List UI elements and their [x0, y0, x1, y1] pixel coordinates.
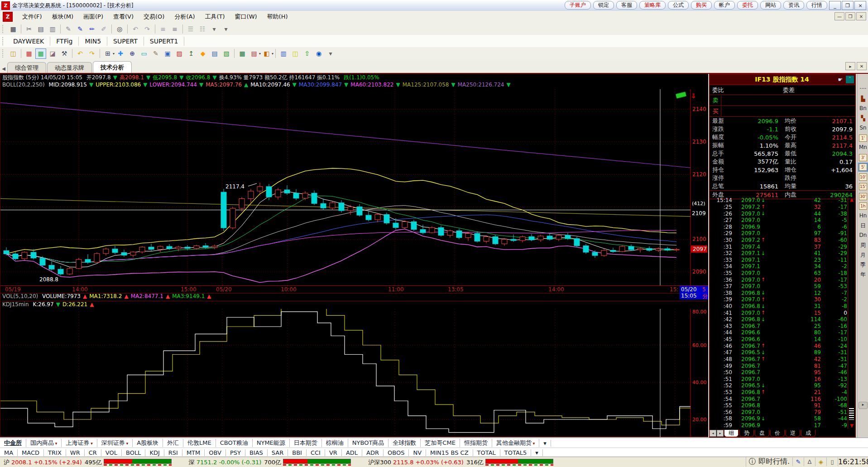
mdi-close-button[interactable]: × [856, 12, 866, 20]
menu-item-2[interactable]: 画面(P) [78, 11, 108, 22]
panel-tab-成[interactable]: 成 [801, 430, 815, 437]
market-tab-芝加哥CME[interactable]: 芝加哥CME [421, 439, 460, 447]
color-picker-icon-dropdown[interactable]: ▾ [272, 52, 273, 56]
menu-item-1[interactable]: 板块(M) [47, 11, 78, 22]
tick-row[interactable]: :352097.063-18 [710, 270, 847, 277]
titlebar-button-sub-account[interactable]: 子账户 [565, 1, 591, 10]
tick-row[interactable]: :292097.097-91 [710, 230, 847, 237]
find-icon[interactable]: ◎ [114, 24, 125, 34]
market-tab-棕榈油[interactable]: 棕榈油 [322, 439, 348, 447]
indicator-tab-boll[interactable]: BOLL [122, 449, 145, 456]
titlebar-button-order[interactable]: 委托 [737, 1, 758, 10]
market-tab-深圳证券[interactable]: 深圳证券 ▾ [97, 439, 133, 447]
tick-row[interactable]: :432096.725-16 [710, 323, 847, 330]
list-red-icon[interactable]: ▤ [249, 48, 259, 59]
market-tab-NYBOT商品[interactable]: NYBOT商品 [348, 439, 389, 447]
titlebar-button-website[interactable]: 网站 [760, 1, 781, 10]
screen-green-icon[interactable]: ▦ [35, 48, 46, 59]
period-mn[interactable]: Mn [858, 144, 868, 150]
period-dn[interactable]: Dn [858, 232, 868, 238]
tick-row[interactable]: :342097.134-2 [710, 263, 847, 270]
globe-icon[interactable]: ◉ [313, 48, 324, 59]
scroll-down-icon[interactable]: ▼ [848, 423, 855, 428]
menu-item-5[interactable]: 分析(A) [169, 11, 200, 22]
kdj-indicator-chart[interactable]: 80.0060.0040.0020.00 [0, 309, 708, 437]
strategy-button-ftfig[interactable]: FTFig [50, 37, 79, 46]
indicator-tabs-overflow-icon[interactable]: ▾ [531, 449, 543, 456]
tick-row[interactable]: :552096.891-68 [710, 402, 847, 409]
period-quarter[interactable]: 季 [858, 261, 868, 269]
titlebar-button-customer-service[interactable]: 客服 [616, 1, 637, 10]
tick-row[interactable]: :392097.0↑30-2 [710, 296, 847, 303]
tick-row[interactable]: :512097.016-13 [710, 376, 847, 382]
market-tabs-overflow-icon[interactable]: ▾ [539, 440, 551, 447]
menu-item-8[interactable]: 帮助(H) [262, 11, 293, 22]
tick-row[interactable]: :332097.123-11 [710, 256, 847, 263]
resize-icon[interactable]: ⊞ [102, 48, 113, 59]
zoom-in-icon[interactable]: ⊕ [127, 48, 138, 59]
tick-row[interactable]: :412097.0↑150 [710, 309, 847, 316]
menu-item-6[interactable]: 工具(T) [200, 11, 230, 22]
window-minimize-button[interactable]: _ [829, 1, 841, 10]
market-tab-中金所[interactable]: 中金所 [0, 439, 26, 447]
tick-row[interactable]: :522096.5↓95-92 [710, 382, 847, 389]
chart-red-icon[interactable]: ▨ [174, 48, 185, 59]
tick-row[interactable]: :402096.8↓31-8 [710, 303, 847, 310]
paste-icon[interactable]: ▥ [47, 24, 58, 34]
tick-chart-icon[interactable]: ▚ [858, 115, 868, 121]
indicator-tab-total[interactable]: TOTAL [473, 449, 500, 456]
list2-icon[interactable]: ☷ [197, 24, 208, 34]
indicator-tab-cci[interactable]: CCI [307, 449, 325, 456]
tick-row[interactable]: :492096.781-47 [710, 362, 847, 369]
window-restore-button[interactable]: ❐ [842, 1, 854, 10]
indicator-tab-psy[interactable]: PSY [226, 449, 245, 456]
tick-row[interactable]: :262097.0↓44-38 [710, 210, 847, 217]
menu-item-0[interactable]: 文件(F) [17, 11, 47, 22]
market-tab-CBOT粮油[interactable]: CBOT粮油 [216, 439, 253, 447]
battery-icon[interactable]: ▯ [826, 457, 838, 466]
tick-row[interactable]: :302097.2↑83-60 [710, 237, 847, 244]
indicator-tab-adl[interactable]: ADL [342, 449, 362, 456]
period-sn[interactable]: Sn [858, 125, 868, 131]
redo2-icon[interactable]: ↷ [86, 48, 97, 59]
tick-row[interactable]: :582096.9↓58-44 [710, 415, 847, 422]
tick-row[interactable]: :442096.680-17 [710, 329, 847, 336]
panel-tab-盘[interactable]: 盘 [755, 430, 769, 437]
tick-row[interactable]: 15:142097.0↓42-31 [710, 197, 847, 204]
market-tab-外汇[interactable]: 外汇 [163, 439, 183, 447]
quill-icon[interactable]: ✎ [792, 457, 804, 466]
period-year[interactable]: 年 [858, 271, 868, 279]
tick-list-scrollbar[interactable]: ▲▼ [848, 197, 855, 429]
period-30min[interactable]: 30' [859, 193, 867, 200]
indicator-tab-min15-bs-cz[interactable]: MIN15 BS CZ [426, 449, 473, 456]
edit-page-icon[interactable]: ✎ [150, 48, 161, 59]
copy-icon[interactable]: ▤ [35, 24, 46, 34]
tick-row[interactable]: :322097.1↓41-29 [710, 250, 847, 257]
ruler-icon[interactable]: ▭ [139, 48, 149, 59]
move-icon[interactable]: ✚ [115, 48, 126, 59]
undo2-icon[interactable]: ↶ [75, 48, 86, 59]
save-icon[interactable]: ▦ [8, 24, 19, 34]
tab-dynamic-board[interactable]: 动态显示牌 [47, 62, 92, 73]
tick-row[interactable]: :382096.8↓12-7 [710, 290, 847, 297]
tab-scroll-left[interactable]: ◀ [0, 64, 7, 73]
period-bn[interactable]: Bn [858, 105, 868, 111]
period-3min[interactable]: 3' [859, 154, 867, 161]
mdi-restore-button[interactable]: ❐ [845, 12, 855, 20]
tick-row[interactable]: :362097.0↑20-17 [710, 276, 847, 283]
candlestick-chart[interactable]: 21402130212021002090(412)210920972117.42… [0, 89, 708, 285]
screen-red-icon[interactable]: ▦ [24, 48, 34, 59]
panel-tab-细[interactable]: 细 [724, 430, 739, 437]
undo-icon[interactable]: ↶ [130, 24, 141, 34]
tick-row[interactable]: :542096.7116-100 [710, 395, 847, 402]
titlebar-button-account[interactable]: 帐户 [714, 1, 735, 10]
tick-row[interactable]: :532096.8↑21-4 [710, 389, 847, 396]
pen-blue2-icon[interactable]: ✏ [86, 24, 97, 34]
toolbar-overflow-icon[interactable]: ▾ [325, 48, 336, 59]
tab-scroll-right-button[interactable]: ▸ [845, 62, 855, 70]
indicator-tab-macd[interactable]: MACD [18, 449, 44, 456]
list-red-icon-dropdown[interactable]: ▾ [259, 52, 261, 56]
tick-row[interactable]: :252097.2↑32-17 [710, 204, 847, 211]
open-icon[interactable]: ◫ [8, 48, 19, 59]
collapse-icon[interactable]: ˆ [846, 76, 854, 83]
